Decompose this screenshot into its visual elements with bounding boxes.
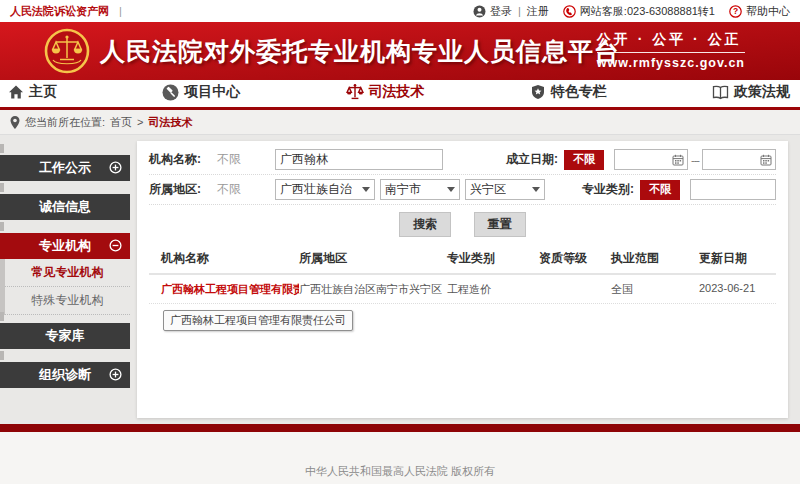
region-any-option[interactable]: 不限 (217, 181, 275, 198)
plus-circle-icon[interactable] (109, 161, 122, 174)
copyright-text: 中华人民共和国最高人民法院 版权所有 (305, 465, 495, 477)
founded-end-date-input[interactable] (702, 149, 776, 170)
column-header-org-name: 机构名称 (149, 250, 299, 267)
minus-circle-icon[interactable] (109, 239, 122, 252)
city-select[interactable]: 南宁市 (380, 179, 460, 200)
banner-slogan: 公开 · 公平 · 公正 (597, 31, 745, 53)
content-area: 工作公示 诚信信息 专业机构 常见专业机构 特殊专业机构 专家库 组织诊断 (0, 135, 800, 424)
svg-text:?: ? (733, 6, 738, 16)
cell-region: 广西壮族自治区南宁市兴宁区 (299, 282, 447, 297)
sidebar-item-label: 专业机构 (39, 237, 91, 255)
breadcrumb-prefix: 您当前所在位置: (25, 115, 105, 130)
table-row: 广西翰林工程项目管理有限责任... 广西壮族自治区南宁市兴宁区 工程造价 全国 … (149, 275, 776, 304)
column-header-grade: 资质等级 (539, 250, 611, 267)
sidebar: 工作公示 诚信信息 专业机构 常见专业机构 特殊专业机构 专家库 组织诊断 (0, 155, 130, 401)
calendar-icon[interactable] (672, 154, 684, 166)
form-actions: 搜索 重置 (149, 205, 776, 243)
help-center-link[interactable]: 帮助中心 (746, 4, 790, 19)
footer: 中华人民共和国最高人民法院 版权所有 (0, 432, 800, 484)
sidebar-item-label: 专家库 (46, 327, 85, 345)
nav-label: 司法技术 (369, 83, 425, 101)
user-icon (473, 5, 486, 18)
login-register-divider: | (518, 5, 521, 17)
submenu-item-special-org[interactable]: 特殊专业机构 (5, 287, 130, 315)
scales-icon (346, 83, 364, 101)
chevron-down-icon (447, 187, 455, 192)
sidebar-item-label: 组织诊断 (39, 366, 91, 384)
province-select-value: 广西壮族自治 (280, 181, 352, 198)
service-phone-text: 网站客服:023-63088881转1 (580, 4, 715, 19)
table-header: 机构名称 所属地区 专业类别 资质等级 执业范围 更新日期 (149, 243, 776, 275)
column-header-updated: 更新日期 (699, 250, 776, 267)
category-label: 专业类别: (582, 181, 634, 198)
region-label: 所属地区: (149, 181, 217, 198)
breadcrumb-home-link[interactable]: 首页 (110, 115, 132, 130)
form-row-org-name: 机构名称: 不限 成立日期: 不限 --- (149, 145, 776, 175)
topbar: 人民法院诉讼资产网 | 登录 | 注册 网站客服:023-63088881转1 … (0, 0, 800, 22)
project-gavel-icon (162, 84, 179, 101)
sidebar-item-integrity-info[interactable]: 诚信信息 (0, 194, 130, 220)
nav-item-judicial-technology[interactable]: 司法技术 (346, 83, 425, 101)
org-name-any-option[interactable]: 不限 (217, 151, 275, 168)
nav-item-home[interactable]: 主页 (8, 83, 57, 101)
nav-label: 特色专栏 (551, 83, 607, 101)
form-row-region: 所属地区: 不限 广西壮族自治 南宁市 兴宁区 专业类别: 不限 (149, 175, 776, 205)
topbar-divider: | (119, 5, 122, 17)
banner-website: www.rmfysszc.gov.cn (597, 56, 745, 70)
nav-label: 政策法规 (734, 83, 790, 101)
province-select[interactable]: 广西壮族自治 (275, 179, 375, 200)
reset-button[interactable]: 重置 (474, 212, 526, 237)
register-link[interactable]: 注册 (527, 4, 549, 19)
org-name-tooltip: 广西翰林工程项目管理有限责任公司 (163, 310, 353, 331)
sidebar-item-work-public[interactable]: 工作公示 (0, 155, 130, 181)
date-range-separator: --- (691, 154, 699, 166)
search-button[interactable]: 搜索 (399, 212, 451, 237)
org-name-input[interactable] (275, 149, 443, 170)
cell-grade (539, 282, 611, 297)
shield-star-icon (530, 84, 546, 100)
main-nav: 主页 项目中心 司法技术 (0, 80, 800, 110)
column-header-region: 所属地区 (299, 250, 447, 267)
category-unlimited-button[interactable]: 不限 (640, 180, 680, 200)
location-pin-icon (10, 116, 20, 129)
founded-date-label: 成立日期: (506, 151, 558, 168)
cell-scope: 全国 (611, 282, 699, 297)
sidebar-item-label: 工作公示 (39, 159, 91, 177)
sidebar-item-org-diagnosis[interactable]: 组织诊断 (0, 362, 130, 388)
login-link[interactable]: 登录 (490, 4, 512, 19)
plus-circle-icon[interactable] (109, 368, 122, 381)
org-name-link[interactable]: 广西翰林工程项目管理有限责任... (161, 283, 299, 295)
nav-item-featured-column[interactable]: 特色专栏 (530, 83, 607, 101)
sidebar-item-expert-library[interactable]: 专家库 (0, 323, 130, 349)
founded-start-date-input[interactable] (614, 149, 688, 170)
cell-category: 工程造价 (447, 282, 539, 297)
book-icon (712, 85, 729, 100)
founded-unlimited-button[interactable]: 不限 (564, 150, 604, 170)
column-header-category: 专业类别 (447, 250, 539, 267)
nav-item-project-center[interactable]: 项目中心 (162, 83, 240, 101)
nav-item-policy-regulations[interactable]: 政策法规 (712, 83, 790, 101)
sidebar-submenu: 常见专业机构 特殊专业机构 (0, 259, 130, 315)
category-input[interactable] (690, 179, 776, 200)
chevron-down-icon (532, 187, 540, 192)
sidebar-item-label: 诚信信息 (39, 198, 91, 216)
sidebar-item-professional-org[interactable]: 专业机构 (0, 233, 130, 259)
site-name-link[interactable]: 人民法院诉讼资产网 (10, 4, 109, 19)
footer-red-bar (0, 424, 800, 432)
banner-title: 人民法院对外委托专业机构专业人员信息平台 (100, 35, 620, 68)
page: { "colors": { "brand_red": "#a30b0e", "b… (0, 0, 800, 484)
breadcrumb-current: 司法技术 (149, 115, 193, 130)
breadcrumb: 您当前所在位置: 首页 > 司法技术 (0, 110, 800, 135)
breadcrumb-separator: > (137, 116, 143, 128)
nav-label: 主页 (29, 83, 57, 101)
calendar-icon[interactable] (760, 154, 772, 166)
chevron-down-icon (362, 187, 370, 192)
court-emblem-logo (44, 28, 90, 74)
city-select-value: 南宁市 (385, 181, 421, 198)
banner: 人民法院对外委托专业机构专业人员信息平台 公开 · 公平 · 公正 www.rm… (0, 22, 800, 80)
district-select[interactable]: 兴宁区 (465, 179, 545, 200)
main-panel: 机构名称: 不限 成立日期: 不限 --- 所属地区: 不限 广西 (137, 141, 788, 418)
submenu-item-common-org[interactable]: 常见专业机构 (5, 259, 130, 287)
help-icon: ? (729, 5, 742, 18)
district-select-value: 兴宁区 (470, 181, 506, 198)
